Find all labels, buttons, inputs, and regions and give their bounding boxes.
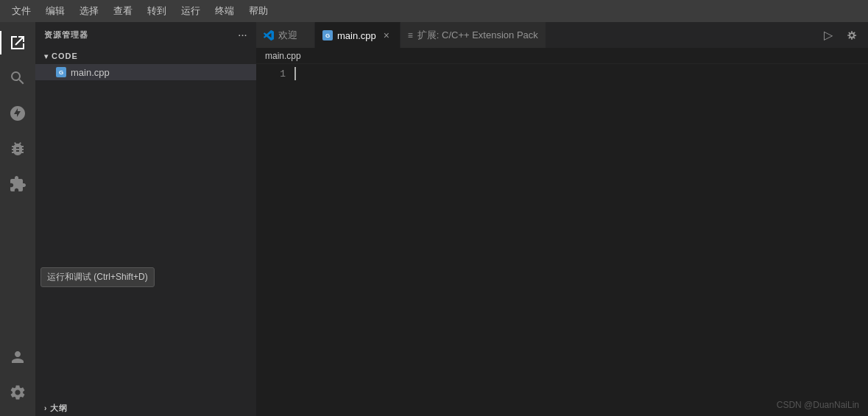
file-item-main-cpp[interactable]: G main.cpp	[35, 64, 256, 80]
sidebar-title: 资源管理器	[44, 29, 88, 40]
sidebar-more-button[interactable]: ···	[239, 31, 247, 40]
menu-file[interactable]: 文件	[6, 1, 37, 21]
tab-welcome[interactable]: 欢迎	[256, 22, 315, 48]
activity-account[interactable]	[0, 339, 35, 375]
editor-area: 欢迎 G main.cpp × ≡ 扩展: C/C++ Extension Pa…	[256, 22, 868, 416]
chevron-down-icon: ▾	[44, 52, 49, 60]
sidebar-header-actions[interactable]: ···	[239, 31, 247, 40]
activity-explorer[interactable]	[0, 25, 35, 60]
explorer-section: ▾ CODE G main.cpp	[35, 48, 256, 400]
tab-extension-label: 扩展: C/C++ Extension Pack	[417, 29, 538, 42]
activity-bar-bottom	[0, 339, 35, 416]
cpp-file-icon: G	[56, 67, 66, 77]
breadcrumb-filename: main.cpp	[265, 51, 301, 61]
menu-run[interactable]: 运行	[175, 1, 206, 21]
settings-gear-button[interactable]	[841, 25, 862, 46]
code-area[interactable]	[292, 64, 868, 416]
sidebar: 资源管理器 ··· ▾ CODE G main.cpp › 大纲	[35, 22, 256, 416]
tab-main-cpp[interactable]: G main.cpp ×	[315, 22, 401, 48]
tab-bar: 欢迎 G main.cpp × ≡ 扩展: C/C++ Extension Pa…	[256, 22, 868, 48]
outline-label: 大纲	[50, 403, 68, 414]
breadcrumb: main.cpp	[256, 48, 868, 64]
activity-git[interactable]	[0, 96, 35, 131]
activity-search[interactable]	[0, 60, 35, 96]
activity-extensions[interactable]	[0, 166, 35, 202]
folder-name: CODE	[52, 52, 78, 60]
folder-outline[interactable]: › 大纲	[35, 400, 256, 416]
line-numbers: 1	[256, 64, 292, 416]
cursor-line	[294, 67, 868, 80]
menu-select[interactable]: 选择	[74, 1, 105, 21]
tab-main-cpp-label: main.cpp	[337, 30, 376, 41]
file-name: main.cpp	[71, 67, 110, 78]
watermark: CSDN @DuanNaiLin	[777, 400, 859, 410]
activity-settings[interactable]	[0, 375, 35, 410]
editor-content[interactable]: 1 CSDN @DuanNaiLin	[256, 64, 868, 416]
text-cursor	[294, 67, 296, 80]
menu-terminal[interactable]: 终端	[209, 1, 240, 21]
chevron-right-icon: ›	[44, 404, 47, 412]
menubar: 文件 编辑 选择 查看 转到 运行 终端 帮助	[0, 0, 868, 22]
tab-close-main-cpp[interactable]: ×	[381, 29, 392, 41]
tab-welcome-label: 欢迎	[278, 29, 297, 42]
run-split-button[interactable]: ▷	[818, 25, 839, 46]
folder-code[interactable]: ▾ CODE	[35, 48, 256, 64]
menu-help[interactable]: 帮助	[243, 1, 274, 21]
menu-edit[interactable]: 编辑	[40, 1, 71, 21]
line-number-1: 1	[256, 67, 286, 81]
extension-icon: ≡	[408, 30, 413, 40]
vscode-icon	[264, 30, 274, 40]
cpp-tab-icon: G	[322, 30, 333, 40]
main-layout: 运行和调试 (Ctrl+Shift+D) 资源管理器	[0, 22, 868, 416]
menu-goto[interactable]: 转到	[141, 1, 172, 21]
sidebar-header: 资源管理器 ···	[35, 22, 256, 48]
tab-extension[interactable]: ≡ 扩展: C/C++ Extension Pack	[401, 22, 546, 48]
activity-bar: 运行和调试 (Ctrl+Shift+D)	[0, 22, 35, 416]
menu-view[interactable]: 查看	[107, 1, 138, 21]
activity-debug[interactable]: 运行和调试 (Ctrl+Shift+D)	[0, 131, 35, 166]
gear-icon	[846, 29, 858, 41]
tab-actions: ▷	[812, 22, 868, 48]
